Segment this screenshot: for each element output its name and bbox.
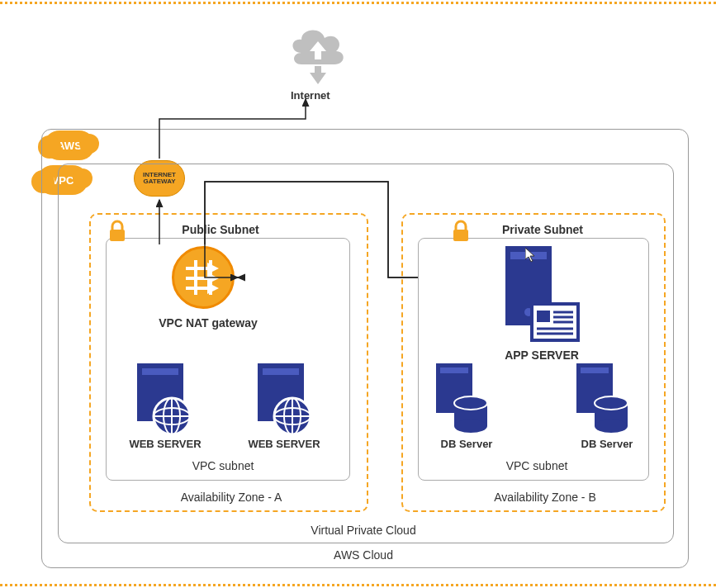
public-subnet-label: Public Subnet (159, 223, 282, 236)
svg-point-38 (595, 420, 628, 433)
web-server-icon (121, 363, 203, 438)
svg-rect-29 (440, 368, 468, 373)
vpc-subnet-label: VPC subnet (157, 459, 289, 472)
cursor-icon (525, 248, 537, 265)
page-bottom-border (0, 584, 716, 586)
private-subnet-label: Private Subnet (481, 223, 605, 236)
svg-rect-12 (263, 368, 299, 375)
web-server-label: WEB SERVER (116, 438, 215, 450)
internet-label: Internet (291, 89, 330, 102)
vpc-nat-gateway-label: VPC NAT gateway (159, 315, 258, 330)
svg-point-32 (454, 420, 487, 433)
db-server-label: DB Server (421, 438, 512, 450)
svg-rect-1 (453, 230, 468, 241)
aws-cloud-label: AWS Cloud (306, 548, 421, 562)
internet-cloud-icon (285, 23, 351, 90)
web-server-icon (241, 363, 324, 438)
vpc-nat-gateway-icon (172, 246, 235, 309)
page-top-border (0, 2, 716, 4)
app-server-label: APP SERVER (492, 349, 591, 362)
vpc-subnet-label: VPC subnet (471, 459, 603, 472)
svg-rect-5 (142, 368, 178, 375)
svg-rect-22 (537, 311, 550, 322)
db-server-label: DB Server (562, 438, 652, 450)
availability-zone-b-label: Availability Zone - B (462, 491, 628, 504)
lock-icon (107, 220, 127, 239)
db-server-icon (433, 363, 492, 433)
svg-rect-35 (581, 368, 609, 373)
db-server-icon (573, 363, 633, 433)
availability-zone-a-label: Availability Zone - A (140, 491, 322, 504)
web-server-label: WEB SERVER (235, 438, 334, 450)
virtual-private-cloud-label: Virtual Private Cloud (281, 524, 446, 537)
svg-rect-0 (110, 230, 125, 241)
lock-icon (451, 220, 471, 239)
